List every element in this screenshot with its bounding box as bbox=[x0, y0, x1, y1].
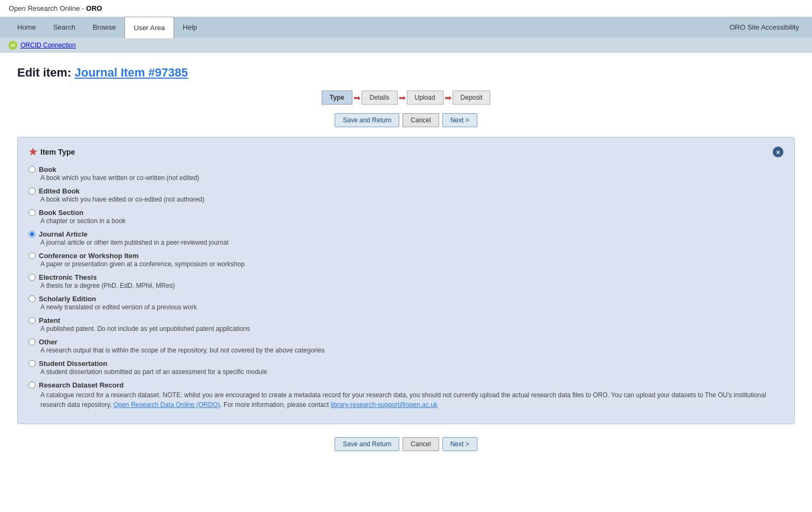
cancel-button-bottom[interactable]: Cancel bbox=[402, 437, 439, 451]
radio-patent[interactable] bbox=[29, 317, 36, 324]
radio-student-dissertation-desc: A student dissertation submitted as part… bbox=[40, 368, 783, 376]
radio-label-edited-book[interactable]: Edited Book bbox=[29, 187, 783, 195]
page-title: Edit item: Journal Item #97385 bbox=[17, 66, 795, 80]
site-title-separator: - bbox=[80, 4, 86, 12]
radio-item-student-dissertation: Student Dissertation A student dissertat… bbox=[29, 359, 783, 376]
contact-email-link[interactable]: library-research-support@open.ac.uk bbox=[331, 401, 438, 409]
workflow-steps: Type ➡ Details ➡ Upload ➡ Deposit bbox=[17, 91, 795, 105]
radio-patent-label: Patent bbox=[39, 316, 60, 324]
panel-title: ★ Item Type bbox=[29, 146, 75, 158]
required-star: ★ bbox=[29, 146, 37, 158]
nav-right: ORO Site Accessibility bbox=[725, 17, 803, 38]
radio-book-desc: A book which you have written or co-writ… bbox=[40, 174, 783, 182]
orcid-connection-link[interactable]: ORCID Connection bbox=[20, 41, 76, 49]
radio-item-book-section: Book Section A chapter or section in a b… bbox=[29, 209, 783, 225]
save-return-button-top[interactable]: Save and Return bbox=[335, 113, 399, 127]
panel-close-button[interactable]: × bbox=[773, 147, 783, 157]
cancel-button-top[interactable]: Cancel bbox=[402, 113, 439, 127]
radio-book-section[interactable] bbox=[29, 209, 36, 216]
radio-other-desc: A research output that is within the sco… bbox=[40, 347, 783, 354]
page-title-static: Edit item: bbox=[17, 66, 71, 79]
radio-patent-desc: A published patent. Do not include as ye… bbox=[40, 325, 783, 333]
radio-other-label: Other bbox=[39, 338, 58, 346]
nav-left: Home Search Browse User Area Help bbox=[9, 17, 206, 38]
radio-journal-article-desc: A journal article or other item publishe… bbox=[40, 239, 783, 246]
radio-research-dataset-label: Research Dataset Record bbox=[39, 381, 124, 389]
radio-item-journal-article: Journal Article A journal article or oth… bbox=[29, 230, 783, 246]
step-arrow-3: ➡ bbox=[445, 93, 452, 103]
action-buttons-bottom: Save and Return Cancel Next > bbox=[17, 437, 795, 451]
radio-book-label: Book bbox=[39, 165, 57, 174]
radio-student-dissertation-label: Student Dissertation bbox=[39, 359, 107, 368]
action-buttons-top: Save and Return Cancel Next > bbox=[17, 113, 795, 127]
radio-research-dataset[interactable] bbox=[29, 382, 36, 389]
step-arrow-2: ➡ bbox=[399, 93, 406, 103]
radio-label-student-dissertation[interactable]: Student Dissertation bbox=[29, 359, 783, 368]
radio-item-scholarly-edition: Scholarly Edition A newly translated or … bbox=[29, 295, 783, 311]
ordo-link[interactable]: Open Research Data Online (ORDO) bbox=[113, 401, 220, 409]
nav-item-home[interactable]: Home bbox=[9, 17, 45, 38]
save-return-button-bottom[interactable]: Save and Return bbox=[335, 437, 399, 451]
nav-item-search[interactable]: Search bbox=[45, 17, 84, 38]
radio-item-book: Book A book which you have written or co… bbox=[29, 165, 783, 182]
radio-item-electronic-thesis: Electronic Thesis A thesis for a degree … bbox=[29, 273, 783, 289]
step-upload[interactable]: Upload bbox=[407, 91, 443, 105]
radio-student-dissertation[interactable] bbox=[29, 360, 36, 367]
orcid-icon: id bbox=[9, 41, 17, 50]
navigation-bar: Home Search Browse User Area Help ORO Si… bbox=[0, 17, 812, 38]
nav-item-browse[interactable]: Browse bbox=[84, 17, 124, 38]
radio-electronic-thesis[interactable] bbox=[29, 274, 36, 281]
step-details[interactable]: Details bbox=[362, 91, 398, 105]
radio-conference[interactable] bbox=[29, 252, 36, 259]
main-content: Edit item: Journal Item #97385 Type ➡ De… bbox=[0, 53, 812, 474]
radio-book-section-desc: A chapter or section in a book bbox=[40, 217, 783, 225]
radio-conference-desc: A paper or presentation given at a confe… bbox=[40, 260, 783, 268]
nav-item-user-area[interactable]: User Area bbox=[124, 17, 174, 38]
item-link[interactable]: Journal Item #97385 bbox=[74, 66, 188, 79]
radio-label-conference[interactable]: Conference or Workshop Item bbox=[29, 252, 783, 260]
radio-label-research-dataset[interactable]: Research Dataset Record bbox=[29, 381, 783, 389]
radio-label-book-section[interactable]: Book Section bbox=[29, 209, 783, 217]
radio-research-dataset-desc: A catalogue record for a research datase… bbox=[40, 390, 783, 410]
nav-item-help[interactable]: Help bbox=[174, 17, 206, 38]
radio-item-other: Other A research output that is within t… bbox=[29, 338, 783, 354]
radio-label-patent[interactable]: Patent bbox=[29, 316, 783, 324]
radio-label-scholarly-edition[interactable]: Scholarly Edition bbox=[29, 295, 783, 303]
radio-scholarly-edition-desc: A newly translated or edited version of … bbox=[40, 303, 783, 311]
radio-journal-article[interactable] bbox=[29, 231, 36, 238]
radio-label-other[interactable]: Other bbox=[29, 338, 783, 346]
radio-item-edited-book: Edited Book A book which you have edited… bbox=[29, 187, 783, 203]
radio-electronic-thesis-desc: A thesis for a degree (PhD, EdD, MPhil, … bbox=[40, 282, 783, 289]
radio-conference-label: Conference or Workshop Item bbox=[39, 252, 138, 260]
radio-scholarly-edition[interactable] bbox=[29, 295, 36, 302]
radio-edited-book[interactable] bbox=[29, 188, 36, 195]
step-arrow-1: ➡ bbox=[353, 93, 360, 103]
next-button-top[interactable]: Next > bbox=[442, 113, 477, 127]
next-button-bottom[interactable]: Next > bbox=[442, 437, 477, 451]
panel-header: ★ Item Type × bbox=[29, 146, 783, 158]
accessibility-link[interactable]: ORO Site Accessibility bbox=[730, 23, 799, 31]
item-type-panel: ★ Item Type × Book A book which you have… bbox=[17, 137, 795, 424]
step-deposit[interactable]: Deposit bbox=[453, 91, 491, 105]
site-title-brand: ORO bbox=[86, 4, 102, 12]
radio-scholarly-edition-label: Scholarly Edition bbox=[39, 295, 96, 303]
radio-book[interactable] bbox=[29, 166, 36, 173]
radio-label-journal-article[interactable]: Journal Article bbox=[29, 230, 783, 238]
radio-book-section-label: Book Section bbox=[39, 209, 84, 217]
radio-edited-book-label: Edited Book bbox=[39, 187, 80, 195]
radio-label-electronic-thesis[interactable]: Electronic Thesis bbox=[29, 273, 783, 281]
radio-other[interactable] bbox=[29, 338, 36, 345]
radio-label-book[interactable]: Book bbox=[29, 165, 783, 174]
radio-edited-book-desc: A book which you have edited or co-edite… bbox=[40, 196, 783, 203]
site-title-bar: Open Research Online - ORO bbox=[0, 0, 812, 17]
panel-title-text: Item Type bbox=[40, 148, 75, 156]
step-type[interactable]: Type bbox=[322, 91, 352, 105]
radio-item-conference: Conference or Workshop Item A paper or p… bbox=[29, 252, 783, 268]
radio-electronic-thesis-label: Electronic Thesis bbox=[39, 273, 97, 281]
radio-journal-article-label: Journal Article bbox=[39, 230, 88, 238]
site-title-prefix: Open Research Online bbox=[9, 4, 80, 12]
radio-item-patent: Patent A published patent. Do not includ… bbox=[29, 316, 783, 333]
orcid-bar: id ORCID Connection bbox=[0, 38, 812, 53]
radio-item-research-dataset: Research Dataset Record A catalogue reco… bbox=[29, 381, 783, 410]
